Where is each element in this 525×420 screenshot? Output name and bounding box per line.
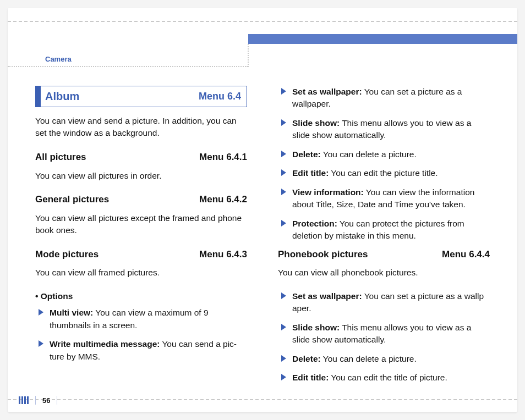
option-term: Delete: <box>292 150 321 159</box>
bullet-arrow-icon <box>281 355 286 362</box>
list-item: Edit title: You can edit the picture tit… <box>280 167 490 179</box>
page: Camera Album Menu 6.4 You can view and s… <box>8 8 517 412</box>
bullet-arrow-icon <box>281 119 286 126</box>
subhead-menu: Menu 6.4.4 <box>442 248 490 262</box>
list-item: Slide show: This menu allows you to view… <box>280 117 490 142</box>
list-item: Set as wallpaper: You can set a picture … <box>280 86 490 110</box>
option-term: Set as wallpaper: <box>292 291 362 301</box>
footer-bars-icon <box>19 396 29 404</box>
option-term: Edit title: <box>292 373 329 382</box>
general-pictures-desc: You can view all pictures except the fra… <box>35 212 247 237</box>
subhead-general-pictures: General pictures Menu 6.4.2 <box>35 193 247 207</box>
page-number: 56 <box>42 396 50 405</box>
bullet-arrow-icon <box>281 151 286 157</box>
list-item: View information: You can view the infor… <box>280 186 490 211</box>
subhead-menu: Menu 6.4.1 <box>199 151 247 164</box>
bullet-arrow-icon <box>281 292 286 299</box>
list-item: Slide show: This menu allows you to view… <box>280 322 490 346</box>
list-item: Edit title: You can edit the title of pi… <box>280 372 490 384</box>
option-term: Multi view: <box>50 308 93 317</box>
subhead-title: General pictures <box>35 193 109 207</box>
top-dashed-rule <box>8 21 517 22</box>
subhead-menu: Menu 6.4.3 <box>199 248 247 262</box>
bottom-dashed-rule <box>8 399 517 400</box>
option-desc: You can delete a picture. <box>321 150 417 159</box>
list-item: Delete: You can delete a picture. <box>280 148 490 161</box>
header-blue-bar <box>248 34 517 44</box>
dotted-horizontal-rule <box>8 66 248 67</box>
bullet-arrow-icon <box>39 309 43 316</box>
bullet-arrow-icon <box>281 324 286 330</box>
option-desc: You can delete a picture. <box>321 354 417 363</box>
section-label: Camera <box>45 55 72 63</box>
subhead-phonebook-pictures: Phonebook pictures Menu 6.4.4 <box>278 248 490 262</box>
subhead-title: Phonebook pictures <box>278 248 368 262</box>
bullet-arrow-icon <box>39 340 43 347</box>
bullet-arrow-icon <box>281 189 286 195</box>
subhead-title: Mode pictures <box>35 248 99 262</box>
option-desc: You can edit the title of picture. <box>329 373 447 382</box>
subhead-menu: Menu 6.4.2 <box>199 193 247 207</box>
dotted-vertical-rule <box>248 44 249 67</box>
footer-separator <box>35 396 36 405</box>
bullet-arrow-icon <box>281 169 286 176</box>
subhead-all-pictures: All pictures Menu 6.4.1 <box>35 151 247 164</box>
option-term: Slide show: <box>292 118 340 128</box>
option-term: Delete: <box>292 354 321 363</box>
option-term: Slide show: <box>292 323 340 332</box>
bullet-arrow-icon <box>281 220 286 226</box>
list-item: Delete: You can delete a picture. <box>280 353 490 365</box>
option-term: Protection: <box>292 219 337 228</box>
page-footer: 56 <box>19 396 59 405</box>
list-item: Protection: You can protect the pictures… <box>280 218 490 242</box>
option-term: View information: <box>292 187 364 197</box>
list-item: Multi view: You can view a maximum of 9 … <box>37 307 247 331</box>
subhead-mode-pictures: Mode pictures Menu 6.4.3 <box>35 248 247 262</box>
bullet-arrow-icon <box>281 374 286 380</box>
options-label: • Options <box>35 290 247 302</box>
intro-text: You can view and send a picture. In addi… <box>35 115 247 140</box>
mode-pictures-desc: You can view all framed pictures. <box>35 267 247 279</box>
list-item: Write multimedia message: You can send a… <box>37 338 247 363</box>
footer-separator <box>57 396 57 405</box>
bullet-arrow-icon <box>281 88 286 95</box>
all-pictures-desc: You can view all pictures in order. <box>35 170 247 182</box>
section-heading: Album Menu 6.4 <box>35 86 247 107</box>
list-item: Set as wallpaper: You can set a picture … <box>280 290 490 315</box>
phonebook-pictures-desc: You can view all phonebook pictures. <box>278 267 490 279</box>
heading-title: Album <box>45 89 79 104</box>
option-term: Write multimedia message: <box>50 339 160 349</box>
subhead-title: All pictures <box>35 151 86 164</box>
option-desc: You can edit the picture title. <box>329 168 438 178</box>
phone-options-list: Set as wallpaper: You can set a picture … <box>278 290 490 384</box>
option-term: Edit title: <box>292 168 329 178</box>
option-term: Set as wallpaper: <box>292 87 362 96</box>
heading-menu: Menu 6.4 <box>199 89 241 103</box>
content-columns: Album Menu 6.4 You can view and send a p… <box>35 86 490 379</box>
